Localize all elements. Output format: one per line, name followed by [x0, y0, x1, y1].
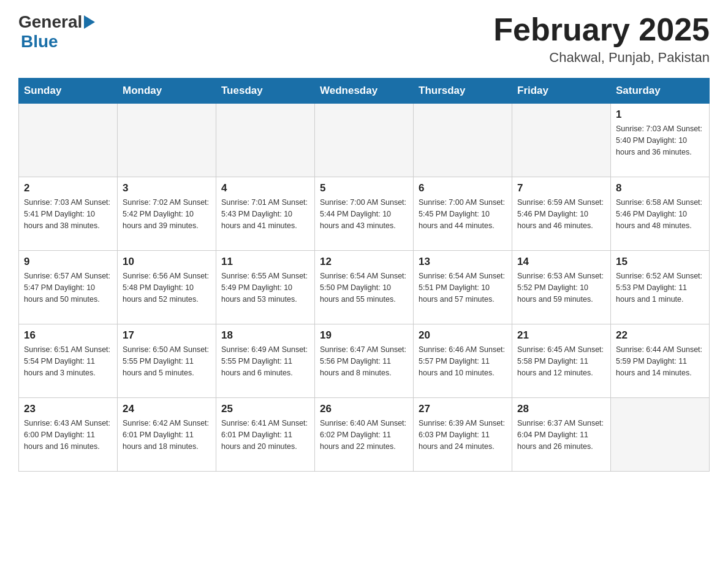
calendar-cell: 27Sunrise: 6:39 AM Sunset: 6:03 PM Dayli…	[414, 398, 512, 472]
calendar-cell: 23Sunrise: 6:43 AM Sunset: 6:00 PM Dayli…	[19, 398, 118, 472]
day-info: Sunrise: 6:51 AM Sunset: 5:54 PM Dayligh…	[24, 344, 112, 378]
week-row-5: 23Sunrise: 6:43 AM Sunset: 6:00 PM Dayli…	[19, 398, 710, 472]
calendar-cell: 15Sunrise: 6:52 AM Sunset: 5:53 PM Dayli…	[611, 251, 710, 324]
day-info: Sunrise: 6:56 AM Sunset: 5:48 PM Dayligh…	[123, 270, 211, 305]
calendar-cell: 11Sunrise: 6:55 AM Sunset: 5:49 PM Dayli…	[216, 251, 315, 324]
day-number: 25	[221, 403, 309, 415]
day-info: Sunrise: 6:46 AM Sunset: 5:57 PM Dayligh…	[419, 344, 507, 378]
calendar-cell	[216, 104, 315, 177]
weekday-header-tuesday: Tuesday	[216, 79, 315, 104]
logo-general-text: General	[18, 12, 82, 32]
day-number: 4	[221, 182, 309, 194]
calendar-cell	[315, 104, 414, 177]
day-info: Sunrise: 7:02 AM Sunset: 5:42 PM Dayligh…	[123, 197, 211, 231]
week-row-2: 2Sunrise: 7:03 AM Sunset: 5:41 PM Daylig…	[19, 177, 710, 251]
calendar-cell: 2Sunrise: 7:03 AM Sunset: 5:41 PM Daylig…	[19, 177, 118, 251]
weekday-header-row: SundayMondayTuesdayWednesdayThursdayFrid…	[19, 79, 710, 104]
day-info: Sunrise: 6:37 AM Sunset: 6:04 PM Dayligh…	[517, 418, 605, 452]
calendar-cell: 7Sunrise: 6:59 AM Sunset: 5:46 PM Daylig…	[512, 177, 611, 251]
day-info: Sunrise: 6:55 AM Sunset: 5:49 PM Dayligh…	[221, 270, 309, 305]
day-number: 19	[320, 329, 408, 342]
day-number: 5	[320, 182, 408, 194]
day-number: 7	[517, 182, 605, 194]
day-info: Sunrise: 6:41 AM Sunset: 6:01 PM Dayligh…	[221, 418, 309, 452]
calendar-cell: 10Sunrise: 6:56 AM Sunset: 5:48 PM Dayli…	[118, 251, 216, 324]
day-number: 9	[24, 256, 112, 268]
day-info: Sunrise: 7:00 AM Sunset: 5:44 PM Dayligh…	[320, 197, 408, 231]
page-header: General Blue February 2025 Chakwal, Punj…	[18, 12, 710, 66]
day-info: Sunrise: 7:03 AM Sunset: 5:40 PM Dayligh…	[616, 123, 704, 158]
calendar-cell: 9Sunrise: 6:57 AM Sunset: 5:47 PM Daylig…	[19, 251, 118, 324]
day-number: 28	[517, 403, 605, 415]
calendar-cell: 6Sunrise: 7:00 AM Sunset: 5:45 PM Daylig…	[414, 177, 512, 251]
week-row-4: 16Sunrise: 6:51 AM Sunset: 5:54 PM Dayli…	[19, 324, 710, 398]
day-number: 10	[123, 256, 211, 268]
calendar-cell	[611, 398, 710, 472]
day-info: Sunrise: 6:42 AM Sunset: 6:01 PM Dayligh…	[123, 418, 211, 452]
day-number: 15	[616, 256, 704, 268]
day-info: Sunrise: 6:45 AM Sunset: 5:58 PM Dayligh…	[517, 344, 605, 378]
weekday-header-sunday: Sunday	[19, 79, 118, 104]
day-number: 11	[221, 256, 309, 268]
calendar-table: SundayMondayTuesdayWednesdayThursdayFrid…	[18, 78, 710, 472]
day-number: 2	[24, 182, 112, 194]
day-info: Sunrise: 6:43 AM Sunset: 6:00 PM Dayligh…	[24, 418, 112, 452]
calendar-cell	[414, 104, 512, 177]
week-row-3: 9Sunrise: 6:57 AM Sunset: 5:47 PM Daylig…	[19, 251, 710, 324]
day-number: 14	[517, 256, 605, 268]
calendar-cell: 25Sunrise: 6:41 AM Sunset: 6:01 PM Dayli…	[216, 398, 315, 472]
weekday-header-saturday: Saturday	[611, 79, 710, 104]
day-info: Sunrise: 6:50 AM Sunset: 5:55 PM Dayligh…	[123, 344, 211, 378]
day-info: Sunrise: 6:57 AM Sunset: 5:47 PM Dayligh…	[24, 270, 112, 305]
day-number: 1	[616, 109, 704, 121]
calendar-subtitle: Chakwal, Punjab, Pakistan	[493, 50, 710, 66]
day-number: 20	[419, 329, 507, 342]
weekday-header-thursday: Thursday	[414, 79, 512, 104]
day-number: 23	[24, 403, 112, 415]
calendar-cell: 21Sunrise: 6:45 AM Sunset: 5:58 PM Dayli…	[512, 324, 611, 398]
week-row-1: 1Sunrise: 7:03 AM Sunset: 5:40 PM Daylig…	[19, 104, 710, 177]
calendar-cell: 16Sunrise: 6:51 AM Sunset: 5:54 PM Dayli…	[19, 324, 118, 398]
day-info: Sunrise: 7:00 AM Sunset: 5:45 PM Dayligh…	[419, 197, 507, 231]
weekday-header-wednesday: Wednesday	[315, 79, 414, 104]
calendar-cell: 5Sunrise: 7:00 AM Sunset: 5:44 PM Daylig…	[315, 177, 414, 251]
calendar-cell: 8Sunrise: 6:58 AM Sunset: 5:46 PM Daylig…	[611, 177, 710, 251]
day-number: 27	[419, 403, 507, 415]
day-info: Sunrise: 6:40 AM Sunset: 6:02 PM Dayligh…	[320, 418, 408, 452]
logo-blue-text: Blue	[21, 32, 58, 52]
calendar-cell: 14Sunrise: 6:53 AM Sunset: 5:52 PM Dayli…	[512, 251, 611, 324]
day-info: Sunrise: 6:53 AM Sunset: 5:52 PM Dayligh…	[517, 270, 605, 305]
day-info: Sunrise: 6:52 AM Sunset: 5:53 PM Dayligh…	[616, 270, 704, 305]
day-number: 24	[123, 403, 211, 415]
logo: General Blue	[18, 12, 95, 52]
calendar-title: February 2025	[493, 12, 710, 47]
calendar-cell: 19Sunrise: 6:47 AM Sunset: 5:56 PM Dayli…	[315, 324, 414, 398]
day-number: 13	[419, 256, 507, 268]
day-number: 6	[419, 182, 507, 194]
calendar-cell: 3Sunrise: 7:02 AM Sunset: 5:42 PM Daylig…	[118, 177, 216, 251]
day-info: Sunrise: 6:39 AM Sunset: 6:03 PM Dayligh…	[419, 418, 507, 452]
day-info: Sunrise: 6:47 AM Sunset: 5:56 PM Dayligh…	[320, 344, 408, 378]
calendar-cell: 13Sunrise: 6:54 AM Sunset: 5:51 PM Dayli…	[414, 251, 512, 324]
day-info: Sunrise: 6:49 AM Sunset: 5:55 PM Dayligh…	[221, 344, 309, 378]
day-number: 22	[616, 329, 704, 342]
calendar-cell	[512, 104, 611, 177]
weekday-header-monday: Monday	[118, 79, 216, 104]
day-info: Sunrise: 6:44 AM Sunset: 5:59 PM Dayligh…	[616, 344, 704, 378]
calendar-cell	[19, 104, 118, 177]
day-number: 26	[320, 403, 408, 415]
calendar-cell	[118, 104, 216, 177]
calendar-cell: 26Sunrise: 6:40 AM Sunset: 6:02 PM Dayli…	[315, 398, 414, 472]
calendar-cell: 28Sunrise: 6:37 AM Sunset: 6:04 PM Dayli…	[512, 398, 611, 472]
calendar-cell: 20Sunrise: 6:46 AM Sunset: 5:57 PM Dayli…	[414, 324, 512, 398]
day-number: 16	[24, 329, 112, 342]
calendar-cell: 22Sunrise: 6:44 AM Sunset: 5:59 PM Dayli…	[611, 324, 710, 398]
day-info: Sunrise: 6:54 AM Sunset: 5:51 PM Dayligh…	[419, 270, 507, 305]
calendar-cell: 4Sunrise: 7:01 AM Sunset: 5:43 PM Daylig…	[216, 177, 315, 251]
day-number: 17	[123, 329, 211, 342]
day-info: Sunrise: 7:03 AM Sunset: 5:41 PM Dayligh…	[24, 197, 112, 231]
day-number: 12	[320, 256, 408, 268]
day-number: 8	[616, 182, 704, 194]
weekday-header-friday: Friday	[512, 79, 611, 104]
day-info: Sunrise: 6:54 AM Sunset: 5:50 PM Dayligh…	[320, 270, 408, 305]
